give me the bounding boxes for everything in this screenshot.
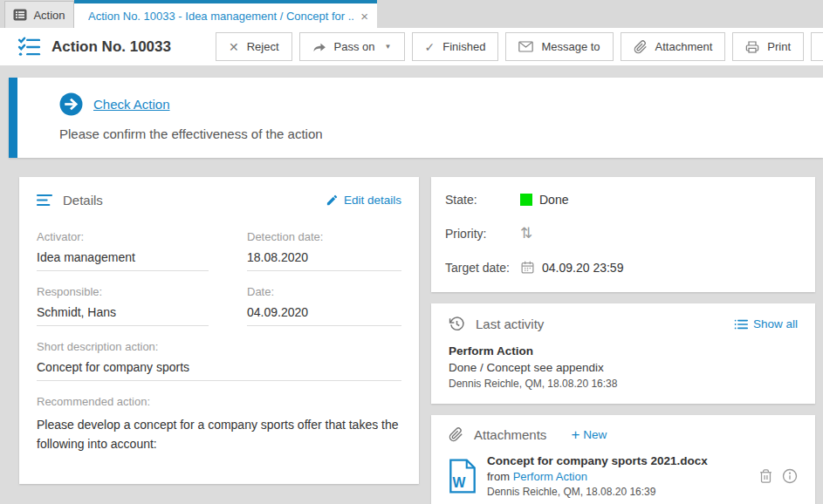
- new-attachment-link[interactable]: + New: [571, 427, 607, 442]
- tab-bar: Action Action No. 10033 - Idea managemen…: [0, 0, 823, 28]
- attachment-meta: Dennis Reichle, QM, 18.08.20 16:39: [487, 486, 748, 498]
- details-panel: Details Edit details Activator: Idea man…: [19, 177, 419, 484]
- field-responsible: Responsible: Schmidt, Hans: [37, 285, 209, 326]
- attachment-row[interactable]: W Concept for company sports 2021.docx f…: [449, 454, 798, 498]
- activity-entry-text: Done / Concept see appendix: [449, 361, 798, 374]
- tab-detail-label: Action No. 10033 - Idea management / Con…: [88, 10, 353, 23]
- notice-body: Check Action Please confirm the effectiv…: [17, 78, 323, 158]
- notice-text: Please confirm the effectiveness of the …: [59, 126, 323, 141]
- attachment-from: from Perform Action: [487, 470, 748, 483]
- pencil-icon: [326, 194, 339, 207]
- state-done-square: [520, 194, 532, 206]
- target-date-row: Target date: 04.09.20 23:59: [445, 260, 801, 275]
- tab-action-label: Action: [33, 9, 65, 22]
- toolbar: Action No. 10033 ✕ Reject Pass on ▼ ✓ Fi…: [0, 28, 823, 65]
- list-icon: [13, 8, 27, 22]
- tab-action-list[interactable]: Action: [4, 1, 74, 28]
- priority-row: Priority: ⇅: [445, 224, 801, 242]
- activity-entry-title: Perform Action: [449, 344, 798, 358]
- trash-icon[interactable]: [758, 468, 773, 484]
- edit-details-link[interactable]: Edit details: [326, 194, 401, 207]
- state-row: State: Done: [445, 193, 801, 207]
- check-action-notice: Check Action Please confirm the effectiv…: [9, 78, 823, 158]
- paperclip-icon: [634, 40, 648, 54]
- pass-on-button[interactable]: Pass on ▼: [299, 32, 405, 61]
- last-activity-panel: Last activity Show all Perform Action Do…: [431, 303, 815, 404]
- arrow-circle-icon[interactable]: [59, 92, 83, 116]
- details-lines-icon: [37, 194, 52, 207]
- svg-text:W: W: [452, 475, 465, 490]
- printer-icon: [745, 40, 759, 54]
- last-activity-title: Last activity: [476, 317, 544, 331]
- attachment-text: Concept for company sports 2021.docx fro…: [487, 454, 748, 498]
- notice-accent-bar: [9, 78, 17, 158]
- tab-action-detail[interactable]: Action No. 10033 - Idea management / Con…: [74, 0, 377, 28]
- from-perform-action-link[interactable]: Perform Action: [513, 470, 587, 483]
- chevron-down-icon: ▼: [385, 43, 392, 51]
- paperclip-icon: [449, 427, 463, 442]
- activity-entry-meta: Dennis Reichle, QM, 18.08.20 16:38: [449, 378, 798, 390]
- reject-button[interactable]: ✕ Reject: [216, 32, 292, 61]
- check-action-link[interactable]: Check Action: [93, 97, 170, 112]
- field-recommended-action: Recommended action: Please develop a con…: [37, 395, 401, 484]
- details-title: Details: [63, 193, 103, 208]
- field-date: Date: 04.09.2020: [247, 285, 401, 326]
- attachments-title: Attachments: [474, 427, 546, 442]
- word-document-icon: W: [449, 459, 477, 494]
- attachments-panel: Attachments + New W Concept for company …: [431, 415, 815, 504]
- page-title: Action No. 10033: [51, 38, 171, 56]
- attachment-actions: [758, 468, 798, 484]
- priority-updown-icon[interactable]: ⇅: [520, 224, 532, 242]
- plus-icon: +: [571, 427, 580, 442]
- close-icon[interactable]: ×: [360, 10, 368, 23]
- message-to-button[interactable]: Message to: [505, 32, 613, 61]
- target-date-value: 04.09.20 23:59: [542, 261, 623, 275]
- show-all-link[interactable]: Show all: [734, 317, 798, 330]
- field-activator: Activator: Idea management: [37, 230, 209, 271]
- more-actions-button[interactable]: ⋮ More actions: [811, 32, 823, 61]
- panels-grid: Details Edit details Activator: Idea man…: [19, 177, 815, 504]
- right-column: State: Done Priority: ⇅ Target date:: [431, 177, 815, 504]
- calendar-icon: [520, 260, 535, 275]
- state-panel: State: Done Priority: ⇅ Target date:: [431, 177, 815, 292]
- toolbar-buttons: ✕ Reject Pass on ▼ ✓ Finished Message to…: [216, 32, 823, 61]
- history-icon: [449, 316, 465, 332]
- attachment-name[interactable]: Concept for company sports 2021.docx: [487, 454, 748, 467]
- envelope-icon: [518, 41, 533, 52]
- action-checklist-icon: [17, 36, 41, 58]
- field-detection-date: Detection date: 18.08.2020: [247, 230, 401, 271]
- content-area: Check Action Please confirm the effectiv…: [0, 65, 823, 504]
- activity-entry: Perform Action Done / Concept see append…: [449, 344, 798, 390]
- field-short-description: Short description action: Concept for co…: [37, 340, 401, 381]
- forward-arrow-icon: [312, 41, 326, 53]
- finished-button[interactable]: ✓ Finished: [412, 32, 499, 61]
- print-button[interactable]: Print: [732, 32, 804, 61]
- state-value: Done: [539, 193, 568, 207]
- list-dots-icon: [734, 318, 748, 330]
- title-wrap: Action No. 10033: [17, 36, 171, 58]
- check-icon: ✓: [425, 41, 436, 53]
- attachment-button[interactable]: Attachment: [621, 32, 726, 61]
- info-icon[interactable]: [782, 468, 798, 484]
- x-icon: ✕: [229, 41, 239, 53]
